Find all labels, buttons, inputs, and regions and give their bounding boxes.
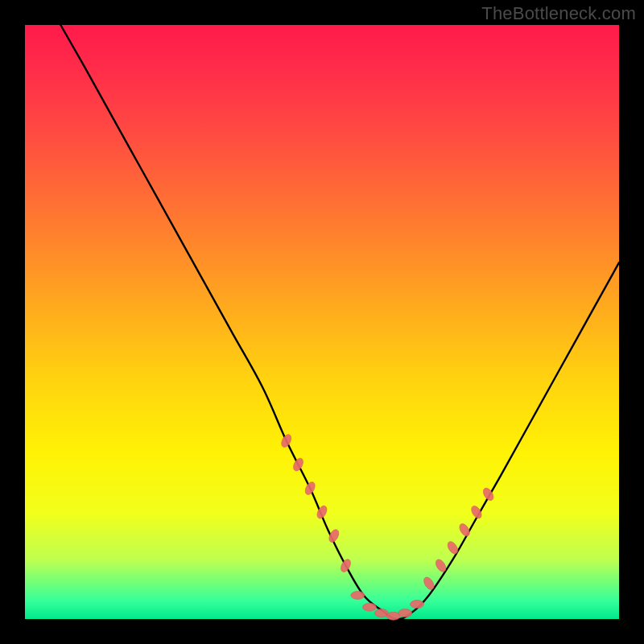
curve-marker xyxy=(374,609,388,617)
curve-marker xyxy=(469,504,483,520)
bottleneck-curve-path xyxy=(60,25,619,619)
curve-marker xyxy=(446,540,460,556)
curve-marker xyxy=(303,481,317,497)
curve-marker xyxy=(351,592,365,600)
curve-markers-group xyxy=(279,433,495,621)
watermark-text: TheBottleneck.com xyxy=(481,3,636,24)
chart-stage: TheBottleneck.com xyxy=(0,0,644,644)
bottleneck-curve-svg xyxy=(25,25,619,619)
curve-marker xyxy=(291,456,305,473)
curve-marker xyxy=(363,603,377,611)
curve-marker xyxy=(398,609,412,617)
plot-area xyxy=(25,25,619,619)
curve-marker xyxy=(339,558,353,574)
curve-marker xyxy=(279,433,293,449)
curve-marker xyxy=(411,601,424,609)
